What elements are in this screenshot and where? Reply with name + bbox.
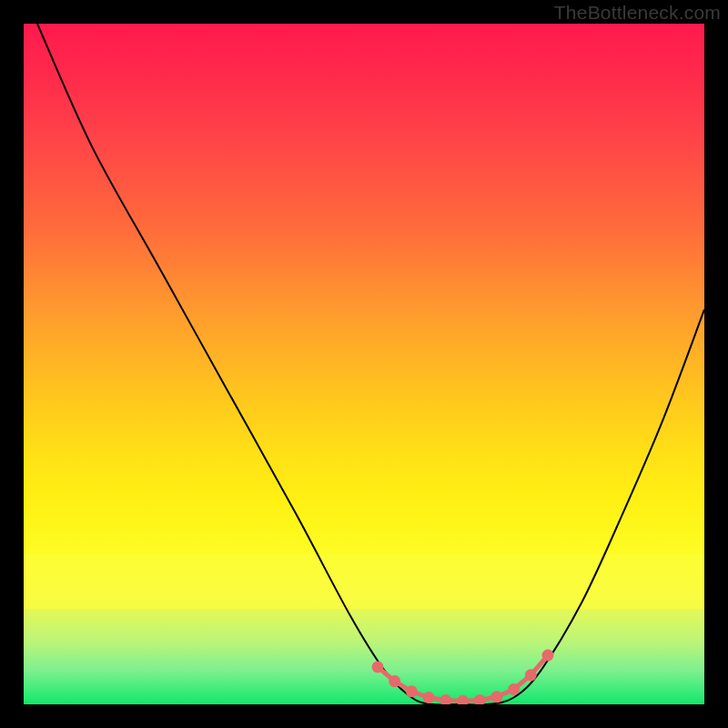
highlight-dot xyxy=(372,661,384,672)
highlight-dot xyxy=(474,694,486,704)
highlight-dot xyxy=(406,685,418,697)
chart-plot-area xyxy=(24,24,704,704)
watermark-text: TheBottleneck.com xyxy=(554,2,721,24)
highlight-dot xyxy=(525,669,537,681)
highlight-dot xyxy=(457,695,469,704)
highlight-dot xyxy=(490,691,502,703)
highlight-dots xyxy=(24,24,704,704)
highlight-dot xyxy=(423,692,435,703)
highlight-dot xyxy=(508,683,520,695)
highlight-dot xyxy=(440,694,451,704)
dot-group xyxy=(372,650,554,704)
chart-frame: TheBottleneck.com xyxy=(0,0,728,728)
highlight-dot xyxy=(389,675,400,687)
highlight-dot xyxy=(542,650,554,662)
